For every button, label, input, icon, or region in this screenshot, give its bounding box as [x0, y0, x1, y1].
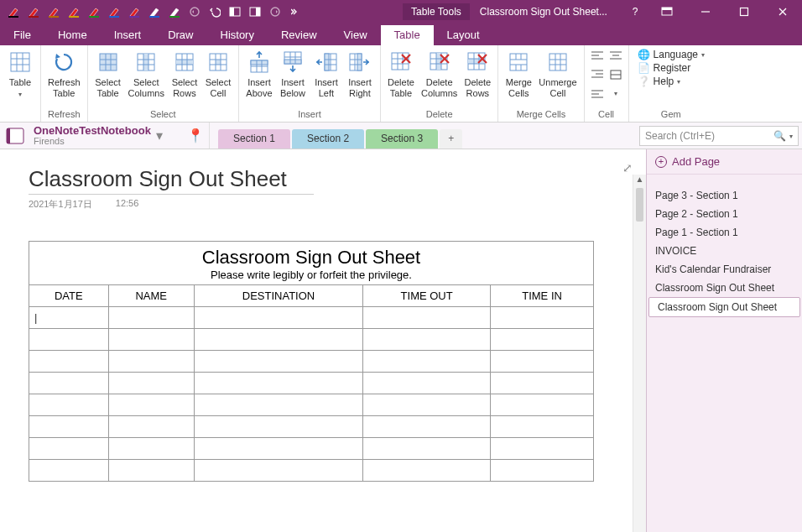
table-row[interactable]	[29, 373, 594, 394]
table-cell[interactable]	[491, 416, 594, 438]
qat-pen-7[interactable]	[144, 3, 164, 21]
table-cell[interactable]	[194, 438, 362, 460]
column-header[interactable]: DATE	[29, 285, 109, 307]
column-header[interactable]: NAME	[108, 285, 194, 307]
table-cell[interactable]	[29, 394, 109, 416]
insert-right-button[interactable]: InsertRight	[343, 47, 377, 101]
table-cell[interactable]	[363, 438, 491, 460]
page-item[interactable]: Page 1 - Section 1	[647, 223, 802, 242]
table-row[interactable]	[29, 394, 594, 416]
page-item[interactable]: INVOICE	[647, 242, 802, 260]
table-cell[interactable]	[29, 351, 109, 373]
menu-tab-insert[interactable]: Insert	[101, 25, 155, 45]
align-bottom-icon[interactable]	[588, 84, 607, 102]
add-section-button[interactable]: +	[440, 129, 462, 149]
table-cell[interactable]	[29, 329, 109, 351]
table-row[interactable]	[29, 329, 594, 351]
table-row[interactable]	[29, 438, 594, 460]
maximize-button[interactable]	[725, 0, 763, 23]
table-cell[interactable]	[29, 416, 109, 438]
page-title[interactable]: Classroom Sign Out Sheet	[29, 166, 314, 195]
qat-undo-icon[interactable]	[185, 3, 205, 21]
sign-out-table[interactable]: Classroom Sign Out Sheet Please write le…	[29, 241, 594, 482]
insert-left-button[interactable]: InsertLeft	[310, 47, 343, 101]
minimize-button[interactable]	[686, 0, 725, 23]
notebook-chevron-icon[interactable]: ▾	[156, 128, 163, 143]
vertical-scrollbar[interactable]: ▲	[633, 175, 646, 532]
table-cell[interactable]	[108, 307, 194, 329]
menu-tab-home[interactable]: Home	[44, 25, 101, 45]
select-columns-button[interactable]: SelectColumns	[125, 47, 168, 101]
table-cell[interactable]	[194, 373, 362, 394]
table-cell[interactable]	[194, 460, 362, 482]
table-cell[interactable]	[363, 329, 491, 351]
refresh-table-button[interactable]: RefreshTable	[44, 47, 84, 101]
align-center-icon[interactable]	[607, 47, 625, 65]
table-cell[interactable]	[108, 329, 194, 351]
table-cell[interactable]	[491, 307, 594, 329]
close-button[interactable]	[763, 0, 802, 23]
menu-tab-table[interactable]: Table	[381, 25, 434, 45]
menu-tab-history[interactable]: History	[207, 25, 268, 45]
table-cell[interactable]	[108, 351, 194, 373]
page-canvas[interactable]: ⤢ Classroom Sign Out Sheet 2021年1月17日 12…	[0, 149, 646, 532]
table-cell[interactable]	[108, 438, 194, 460]
table-cell[interactable]	[491, 351, 594, 373]
menu-tab-file[interactable]: File	[0, 25, 44, 45]
table-cell[interactable]	[363, 351, 491, 373]
scroll-up-icon[interactable]: ▲	[633, 175, 646, 188]
align-left-icon[interactable]	[588, 47, 607, 65]
qat-pen-3[interactable]	[64, 3, 84, 21]
page-item[interactable]: Kid's Calendar Fundraiser	[647, 260, 802, 279]
align-dropdown-icon[interactable]: ▾	[607, 84, 625, 102]
delete-rows-button[interactable]: DeleteRows	[461, 47, 494, 101]
delete-columns-button[interactable]: DeleteColumns	[418, 47, 461, 101]
table-row[interactable]	[29, 460, 594, 482]
page-item[interactable]: Classroom Sign Out Sheet	[647, 279, 802, 297]
help-button-gem[interactable]: ❔Help▾	[638, 76, 705, 87]
qat-pen-2[interactable]	[44, 3, 64, 21]
menu-tab-layout[interactable]: Layout	[434, 25, 493, 45]
table-cell[interactable]	[194, 329, 362, 351]
page-item[interactable]: Page 3 - Section 1	[647, 186, 802, 205]
search-input[interactable]: Search (Ctrl+E) 🔍 ▾	[639, 126, 799, 146]
table-row[interactable]	[29, 351, 594, 373]
qat-back-icon[interactable]	[205, 3, 225, 21]
select-cell-button[interactable]: SelectCell	[201, 47, 235, 101]
insert-above-button[interactable]: InsertAbove	[242, 47, 276, 101]
select-table-button[interactable]: SelectTable	[91, 47, 125, 101]
table-cell[interactable]	[363, 394, 491, 416]
qat-panel2-icon[interactable]	[245, 3, 265, 21]
qat-pen-1[interactable]	[23, 3, 44, 21]
section-tab-1[interactable]: Section 2	[292, 129, 364, 149]
column-header[interactable]: DESTINATION	[194, 285, 362, 307]
menu-tab-view[interactable]: View	[331, 25, 381, 45]
table-cell[interactable]	[491, 460, 594, 482]
align-top-icon[interactable]	[588, 65, 607, 84]
table-cell[interactable]	[108, 373, 194, 394]
qat-panel1-icon[interactable]	[225, 3, 245, 21]
page-item[interactable]: Page 2 - Section 1	[647, 205, 802, 223]
table-row[interactable]	[29, 416, 594, 438]
ribbon-display-icon[interactable]	[648, 0, 686, 23]
table-cell[interactable]	[363, 460, 491, 482]
table-cell[interactable]	[29, 438, 109, 460]
table-cell[interactable]	[491, 329, 594, 351]
qat-pen-4[interactable]	[84, 3, 104, 21]
pin-icon[interactable]: 📍	[187, 128, 204, 143]
merge-cells-button[interactable]: MergeCells	[502, 47, 535, 101]
table-cell[interactable]	[108, 394, 194, 416]
unmerge-cell-button[interactable]: UnmergeCell	[535, 47, 580, 101]
help-button[interactable]: ?	[622, 0, 648, 23]
page-item[interactable]: Classroom Sign Out Sheet	[648, 297, 800, 317]
language-button[interactable]: 🌐Language▾	[638, 49, 705, 60]
select-rows-button[interactable]: SelectRows	[168, 47, 201, 101]
table-cell[interactable]	[108, 416, 194, 438]
notebook-picker[interactable]: OneNoteTestNotebook Firends ▾ 📍	[0, 123, 210, 149]
column-header[interactable]: TIME IN	[491, 285, 594, 307]
table-button[interactable]: Table▾	[3, 47, 37, 102]
table-cell[interactable]	[29, 373, 109, 394]
menu-tab-review[interactable]: Review	[268, 25, 331, 45]
table-cell[interactable]	[194, 307, 362, 329]
qat-pen-5[interactable]	[104, 3, 124, 21]
